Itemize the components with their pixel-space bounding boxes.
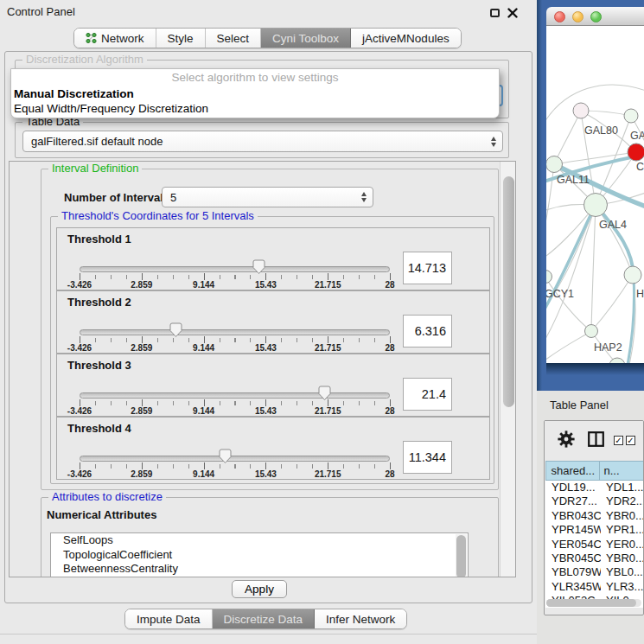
- network-edge: [591, 275, 633, 331]
- scale-label: 21.715: [315, 469, 341, 479]
- main-scrollbar[interactable]: [500, 162, 516, 577]
- node-label: GAL80: [584, 124, 618, 137]
- checkbox-icon[interactable]: ✓: [626, 436, 635, 445]
- node-label: C: [636, 161, 644, 173]
- tab-network[interactable]: Network: [74, 29, 156, 48]
- group-title: Discretization Algorithm: [22, 53, 147, 66]
- scale-label: 21.715: [315, 406, 341, 416]
- num-intervals-combo[interactable]: 5: [162, 187, 373, 207]
- cell-shared-name: YDR27...: [545, 494, 601, 508]
- tab-style[interactable]: Style: [156, 29, 206, 48]
- node-table: shared...n... YDL19...YDL1...YDR27...YDR…: [545, 461, 644, 608]
- table-row[interactable]: YBR045CYBR0...: [545, 552, 644, 565]
- tab-select[interactable]: Select: [206, 29, 262, 48]
- traffic-light-close-icon[interactable]: [554, 11, 565, 22]
- table-row[interactable]: YDL19...YDL1...: [545, 481, 644, 494]
- network-node[interactable]: [624, 109, 638, 123]
- table-data-value: galFiltered.sif default node: [31, 135, 163, 148]
- slider-thumb[interactable]: [219, 449, 232, 467]
- network-node[interactable]: [628, 143, 644, 161]
- slider-track[interactable]: [80, 392, 390, 399]
- table-row[interactable]: YER054CYER0...: [545, 538, 644, 552]
- algorithm-option[interactable]: Manual Discretization: [11, 86, 499, 101]
- scale-label: 9.144: [193, 406, 214, 416]
- list-scrollbar[interactable]: [456, 534, 467, 577]
- slider-track[interactable]: [80, 329, 390, 335]
- tab-label: Style: [168, 32, 194, 45]
- slider-thumb[interactable]: [318, 386, 331, 404]
- threshold-label: Threshold 4: [67, 422, 131, 435]
- network-view-window: GAL80GAGAL11CGAL4GCY1HHAP2: [546, 7, 644, 375]
- threshold-value-field[interactable]: 6.316: [403, 315, 452, 348]
- scale-label: 28: [385, 406, 394, 416]
- threshold-value-field[interactable]: 11.344: [403, 441, 452, 474]
- column-header[interactable]: n...: [600, 461, 644, 481]
- desktop-background: GAL80GAGAL11CGAL4GCY1HHAP2: [537, 0, 644, 391]
- tab-infer-network[interactable]: Infer Network: [315, 609, 406, 628]
- float-window-icon[interactable]: [490, 9, 500, 17]
- scale-label: 15.43: [255, 343, 277, 353]
- traffic-light-zoom-icon[interactable]: [590, 11, 602, 22]
- table-data-combo[interactable]: galFiltered.sif default node: [22, 131, 503, 152]
- attribute-item[interactable]: SelfLoops: [51, 533, 468, 548]
- threshold-label: Threshold 1: [67, 233, 131, 245]
- slider-track[interactable]: [80, 456, 390, 462]
- network-node[interactable]: [573, 103, 589, 118]
- network-node[interactable]: [585, 325, 598, 338]
- gear-icon[interactable]: [558, 430, 575, 448]
- attribute-item[interactable]: BetweennessCentrality: [51, 562, 468, 577]
- cell-name: YER0...: [601, 538, 644, 552]
- network-edge: [546, 164, 554, 233]
- slider-thumb[interactable]: [252, 259, 265, 277]
- table-row[interactable]: YLR345WYLR3...: [545, 580, 644, 594]
- checkbox-icon[interactable]: ✓: [614, 436, 623, 445]
- slider-track[interactable]: [80, 266, 390, 272]
- tab-label: Select: [217, 32, 250, 45]
- column-selector-icon[interactable]: [588, 431, 604, 447]
- close-icon[interactable]: [507, 8, 518, 18]
- apply-button[interactable]: Apply: [232, 580, 287, 598]
- table-row[interactable]: YBR043CYBR0...: [545, 509, 644, 523]
- scale-label: -3.426: [67, 343, 92, 353]
- table-row[interactable]: YPR145WYPR1...: [545, 523, 644, 537]
- table-row[interactable]: YDR27...YDR2...: [545, 494, 644, 508]
- tab-cyni-toolbox[interactable]: Cyni Toolbox: [261, 29, 351, 48]
- network-edge-highlighted: [628, 277, 634, 363]
- threshold-value-field[interactable]: 14.713: [403, 252, 452, 284]
- table-header-row: shared...n...: [545, 461, 644, 481]
- group-title: Threshold's Coordinates for 5 Intervals: [58, 209, 258, 222]
- screen: Control Panel NetworkStyleSelectCyni Too…: [0, 0, 644, 644]
- network-node[interactable]: [624, 266, 641, 284]
- threshold-panel: Threshold 4-3.4262.8599.14415.4321.71528…: [56, 417, 490, 480]
- tab-jactivemnodules[interactable]: jActiveMNodules: [351, 29, 461, 48]
- algorithm-placeholder: Select algorithm to view settings: [11, 69, 499, 86]
- column-header[interactable]: shared...: [545, 461, 600, 481]
- network-node[interactable]: [546, 271, 552, 284]
- cell-name: YPR1...: [601, 523, 644, 537]
- network-node[interactable]: [546, 156, 563, 173]
- scale-label: 15.43: [255, 406, 277, 416]
- network-node[interactable]: [584, 194, 608, 217]
- main-scrollbar-thumb[interactable]: [503, 176, 514, 407]
- threshold-value-field[interactable]: 21.4: [403, 378, 452, 411]
- combo-stepper-icon: [361, 188, 367, 207]
- tab-discretize-data[interactable]: Discretize Data: [213, 609, 316, 628]
- algorithm-option[interactable]: Equal Width/Frequency Discretization: [11, 101, 499, 116]
- cell-shared-name: YBL079W: [545, 565, 601, 579]
- attribute-item[interactable]: TopologicalCoefficient: [51, 548, 468, 563]
- table-hscrollbar[interactable]: [546, 599, 641, 607]
- cell-shared-name: YBR043C: [545, 509, 601, 523]
- traffic-light-minimize-icon[interactable]: [572, 11, 583, 22]
- network-icon: [86, 32, 97, 44]
- table-row[interactable]: YBL079WYBL0...: [545, 565, 644, 579]
- cell-shared-name: YPR145W: [545, 523, 601, 537]
- slider-thumb[interactable]: [169, 322, 182, 341]
- tab-impute-data[interactable]: Impute Data: [125, 609, 213, 628]
- table-toolbar: ✓ ✓: [545, 421, 644, 461]
- network-canvas[interactable]: GAL80GAGAL11CGAL4GCY1HHAP2: [546, 26, 644, 363]
- network-edge-highlighted: [596, 205, 634, 277]
- scale-label: -3.426: [67, 406, 92, 416]
- scale-label: 28: [385, 343, 394, 353]
- network-window-titlebar[interactable]: [546, 7, 644, 26]
- attribute-list[interactable]: SelfLoopsTopologicalCoefficientBetweenne…: [50, 532, 469, 577]
